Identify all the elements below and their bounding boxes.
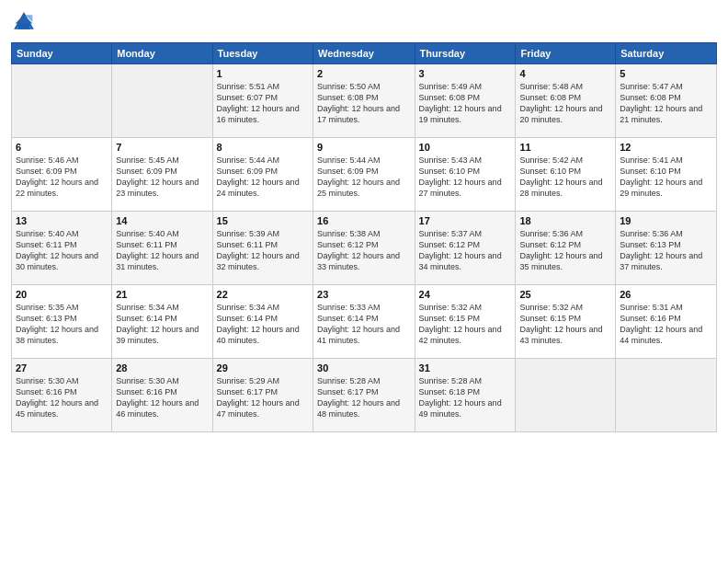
day-cell: 4Sunrise: 5:48 AMSunset: 6:08 PMDaylight… xyxy=(516,64,616,138)
day-number: 12 xyxy=(620,142,712,153)
day-number: 18 xyxy=(519,215,611,226)
day-cell: 17Sunrise: 5:37 AMSunset: 6:12 PMDayligh… xyxy=(415,212,516,285)
day-cell: 7Sunrise: 5:45 AMSunset: 6:09 PMDaylight… xyxy=(112,138,212,212)
day-number: 11 xyxy=(519,142,611,153)
day-info: Sunrise: 5:35 AMSunset: 6:13 PMDaylight:… xyxy=(16,302,108,347)
day-number: 3 xyxy=(419,68,512,79)
day-number: 27 xyxy=(16,362,108,373)
calendar-container: SundayMondayTuesdayWednesdayThursdayFrid… xyxy=(0,0,728,563)
day-info: Sunrise: 5:32 AMSunset: 6:15 PMDaylight:… xyxy=(419,302,512,347)
day-cell: 13Sunrise: 5:40 AMSunset: 6:11 PMDayligh… xyxy=(12,212,112,285)
day-cell: 2Sunrise: 5:50 AMSunset: 6:08 PMDaylight… xyxy=(313,64,415,138)
day-info: Sunrise: 5:51 AMSunset: 6:07 PMDaylight:… xyxy=(217,81,309,126)
day-info: Sunrise: 5:50 AMSunset: 6:08 PMDaylight:… xyxy=(317,81,411,126)
day-info: Sunrise: 5:48 AMSunset: 6:08 PMDaylight:… xyxy=(519,81,611,126)
weekday-header-tuesday: Tuesday xyxy=(212,43,313,64)
day-number: 20 xyxy=(16,289,108,300)
weekday-header-thursday: Thursday xyxy=(415,43,516,64)
week-row-4: 20Sunrise: 5:35 AMSunset: 6:13 PMDayligh… xyxy=(12,285,717,359)
day-number: 10 xyxy=(419,142,512,153)
weekday-header-sunday: Sunday xyxy=(12,43,112,64)
day-info: Sunrise: 5:34 AMSunset: 6:14 PMDaylight:… xyxy=(217,302,309,347)
day-cell: 18Sunrise: 5:36 AMSunset: 6:12 PMDayligh… xyxy=(516,212,616,285)
day-number: 15 xyxy=(217,215,309,226)
day-info: Sunrise: 5:28 AMSunset: 6:17 PMDaylight:… xyxy=(317,375,411,420)
day-info: Sunrise: 5:30 AMSunset: 6:16 PMDaylight:… xyxy=(116,375,208,420)
day-number: 6 xyxy=(16,142,108,153)
day-info: Sunrise: 5:42 AMSunset: 6:10 PMDaylight:… xyxy=(519,155,611,200)
day-info: Sunrise: 5:44 AMSunset: 6:09 PMDaylight:… xyxy=(317,155,411,200)
day-cell: 12Sunrise: 5:41 AMSunset: 6:10 PMDayligh… xyxy=(616,138,717,212)
day-number: 23 xyxy=(317,289,411,300)
day-cell: 5Sunrise: 5:47 AMSunset: 6:08 PMDaylight… xyxy=(616,64,717,138)
day-info: Sunrise: 5:36 AMSunset: 6:13 PMDaylight:… xyxy=(620,228,712,273)
day-number: 8 xyxy=(217,142,309,153)
day-cell: 26Sunrise: 5:31 AMSunset: 6:16 PMDayligh… xyxy=(616,285,717,359)
day-info: Sunrise: 5:30 AMSunset: 6:16 PMDaylight:… xyxy=(16,375,108,420)
day-cell: 10Sunrise: 5:43 AMSunset: 6:10 PMDayligh… xyxy=(415,138,516,212)
logo xyxy=(11,9,40,35)
day-info: Sunrise: 5:33 AMSunset: 6:14 PMDaylight:… xyxy=(317,302,411,347)
day-info: Sunrise: 5:49 AMSunset: 6:08 PMDaylight:… xyxy=(419,81,512,126)
day-cell: 15Sunrise: 5:39 AMSunset: 6:11 PMDayligh… xyxy=(212,212,313,285)
day-number: 29 xyxy=(217,362,309,373)
calendar-table: SundayMondayTuesdayWednesdayThursdayFrid… xyxy=(11,42,717,432)
header xyxy=(11,9,717,35)
day-number: 25 xyxy=(519,289,611,300)
day-cell: 22Sunrise: 5:34 AMSunset: 6:14 PMDayligh… xyxy=(212,285,313,359)
day-number: 22 xyxy=(217,289,309,300)
week-row-3: 13Sunrise: 5:40 AMSunset: 6:11 PMDayligh… xyxy=(12,212,717,285)
day-info: Sunrise: 5:29 AMSunset: 6:17 PMDaylight:… xyxy=(217,375,309,420)
day-number: 24 xyxy=(419,289,512,300)
day-cell xyxy=(12,64,112,138)
day-cell: 16Sunrise: 5:38 AMSunset: 6:12 PMDayligh… xyxy=(313,212,415,285)
day-cell xyxy=(616,359,717,432)
day-info: Sunrise: 5:40 AMSunset: 6:11 PMDaylight:… xyxy=(116,228,208,273)
day-cell: 1Sunrise: 5:51 AMSunset: 6:07 PMDaylight… xyxy=(212,64,313,138)
day-info: Sunrise: 5:43 AMSunset: 6:10 PMDaylight:… xyxy=(419,155,512,200)
weekday-header-wednesday: Wednesday xyxy=(313,43,415,64)
day-info: Sunrise: 5:36 AMSunset: 6:12 PMDaylight:… xyxy=(519,228,611,273)
day-number: 31 xyxy=(419,362,512,373)
day-info: Sunrise: 5:44 AMSunset: 6:09 PMDaylight:… xyxy=(217,155,309,200)
day-cell: 8Sunrise: 5:44 AMSunset: 6:09 PMDaylight… xyxy=(212,138,313,212)
day-number: 19 xyxy=(620,215,712,226)
weekday-header-friday: Friday xyxy=(516,43,616,64)
day-info: Sunrise: 5:37 AMSunset: 6:12 PMDaylight:… xyxy=(419,228,512,273)
week-row-5: 27Sunrise: 5:30 AMSunset: 6:16 PMDayligh… xyxy=(12,359,717,432)
day-cell: 9Sunrise: 5:44 AMSunset: 6:09 PMDaylight… xyxy=(313,138,415,212)
day-info: Sunrise: 5:34 AMSunset: 6:14 PMDaylight:… xyxy=(116,302,208,347)
day-cell: 19Sunrise: 5:36 AMSunset: 6:13 PMDayligh… xyxy=(616,212,717,285)
day-info: Sunrise: 5:40 AMSunset: 6:11 PMDaylight:… xyxy=(16,228,108,273)
day-number: 13 xyxy=(16,215,108,226)
day-number: 17 xyxy=(419,215,512,226)
day-cell: 23Sunrise: 5:33 AMSunset: 6:14 PMDayligh… xyxy=(313,285,415,359)
weekday-header-row: SundayMondayTuesdayWednesdayThursdayFrid… xyxy=(12,43,717,64)
day-number: 5 xyxy=(620,68,712,79)
day-number: 26 xyxy=(620,289,712,300)
weekday-header-monday: Monday xyxy=(112,43,212,64)
day-info: Sunrise: 5:46 AMSunset: 6:09 PMDaylight:… xyxy=(16,155,108,200)
day-info: Sunrise: 5:47 AMSunset: 6:08 PMDaylight:… xyxy=(620,81,712,126)
day-info: Sunrise: 5:31 AMSunset: 6:16 PMDaylight:… xyxy=(620,302,712,347)
day-cell: 30Sunrise: 5:28 AMSunset: 6:17 PMDayligh… xyxy=(313,359,415,432)
weekday-header-saturday: Saturday xyxy=(616,43,717,64)
day-number: 2 xyxy=(317,68,411,79)
day-cell: 25Sunrise: 5:32 AMSunset: 6:15 PMDayligh… xyxy=(516,285,616,359)
day-number: 16 xyxy=(317,215,411,226)
day-number: 21 xyxy=(116,289,208,300)
day-info: Sunrise: 5:28 AMSunset: 6:18 PMDaylight:… xyxy=(419,375,512,420)
day-number: 28 xyxy=(116,362,208,373)
day-number: 1 xyxy=(217,68,309,79)
day-cell: 31Sunrise: 5:28 AMSunset: 6:18 PMDayligh… xyxy=(415,359,516,432)
day-info: Sunrise: 5:38 AMSunset: 6:12 PMDaylight:… xyxy=(317,228,411,273)
day-number: 9 xyxy=(317,142,411,153)
day-cell: 6Sunrise: 5:46 AMSunset: 6:09 PMDaylight… xyxy=(12,138,112,212)
day-info: Sunrise: 5:32 AMSunset: 6:15 PMDaylight:… xyxy=(519,302,611,347)
day-cell: 28Sunrise: 5:30 AMSunset: 6:16 PMDayligh… xyxy=(112,359,212,432)
day-number: 14 xyxy=(116,215,208,226)
day-info: Sunrise: 5:41 AMSunset: 6:10 PMDaylight:… xyxy=(620,155,712,200)
week-row-1: 1Sunrise: 5:51 AMSunset: 6:07 PMDaylight… xyxy=(12,64,717,138)
day-cell: 27Sunrise: 5:30 AMSunset: 6:16 PMDayligh… xyxy=(12,359,112,432)
day-cell: 11Sunrise: 5:42 AMSunset: 6:10 PMDayligh… xyxy=(516,138,616,212)
